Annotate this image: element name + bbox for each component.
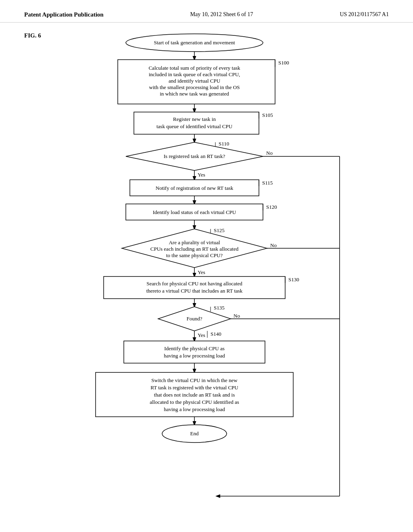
s115-text: Notify of registration of new RT task — [156, 185, 234, 191]
s120-text: Identify load status of each virtual CPU — [153, 209, 236, 215]
s110-yes-label: Yes — [198, 172, 205, 178]
s100-label: S100 — [278, 60, 289, 66]
page: Patent Application Publication May 10, 2… — [0, 0, 413, 532]
s135-text: Found? — [187, 316, 202, 322]
s100-text-2: included in task queue of each virtual C… — [149, 71, 240, 77]
header-patent-number: US 2012/0117567 A1 — [340, 11, 389, 18]
s105-text-2: task queue of identified virtual CPU — [156, 123, 233, 129]
flowchart-svg: text { font-family: 'Times New Roman', T… — [33, 31, 380, 518]
header-publication: Patent Application Publication — [24, 11, 104, 18]
s110-text: Is registered task an RT task? — [164, 153, 225, 159]
start-label: Start of task generation and movement — [154, 39, 235, 46]
s125-text-1: Are a plurality of virtual — [169, 239, 220, 245]
s135-yes-label: Yes — [198, 332, 205, 338]
s125-no-label: No — [270, 242, 277, 248]
s145-text-4: allocated to the physical CPU identified… — [150, 399, 239, 405]
end-label: End — [190, 430, 199, 436]
s140-label: S140 — [211, 331, 221, 337]
s100-text-3: and identify virtual CPU — [169, 78, 221, 84]
s135-label: S135 — [214, 305, 225, 311]
s130-text-2: thereto a virtual CPU that includes an R… — [146, 288, 243, 294]
s105-label: S105 — [262, 112, 273, 118]
s145-text-1: Switch the virtual CPU in which the new — [151, 377, 238, 383]
header: Patent Application Publication May 10, 2… — [0, 0, 413, 23]
s120-label: S120 — [266, 204, 277, 210]
s100-text-5: in which new task was generated — [160, 91, 229, 97]
s130-label: S130 — [288, 276, 299, 283]
s145-text-5: having a low processing load — [164, 406, 225, 412]
s125-text-3: to the same physical CPU? — [166, 252, 223, 258]
s125-yes-label: Yes — [198, 269, 205, 275]
s125-text-2: CPUs each including an RT task allocated — [150, 246, 239, 252]
svg-rect-23 — [124, 341, 265, 363]
s110-no-label: No — [266, 150, 273, 156]
s130-text-1: Search for physical CPU not having alloc… — [146, 281, 242, 287]
s135-no-label: No — [234, 313, 240, 319]
s140-text-1: Identify the physical CPU as — [164, 345, 224, 351]
s140-text-2: having a low processing load — [164, 353, 225, 359]
s110-label: S110 — [219, 141, 229, 147]
s100-text-1: Calculate total sum of priority of every… — [148, 65, 240, 71]
s115-label: S115 — [262, 180, 273, 186]
flowchart-container: text { font-family: 'Times New Roman', T… — [33, 31, 380, 518]
s125-label: S125 — [214, 227, 225, 233]
header-date-sheet: May 10, 2012 Sheet 6 of 17 — [190, 11, 253, 18]
s145-text-2: RT task is registered with the virtual C… — [150, 384, 238, 391]
s105-text-1: Register new task in — [173, 116, 216, 122]
s100-text-4: with the smallest processing load in the… — [149, 84, 240, 90]
s145-text-3: that does not include an RT task and is — [154, 392, 235, 398]
